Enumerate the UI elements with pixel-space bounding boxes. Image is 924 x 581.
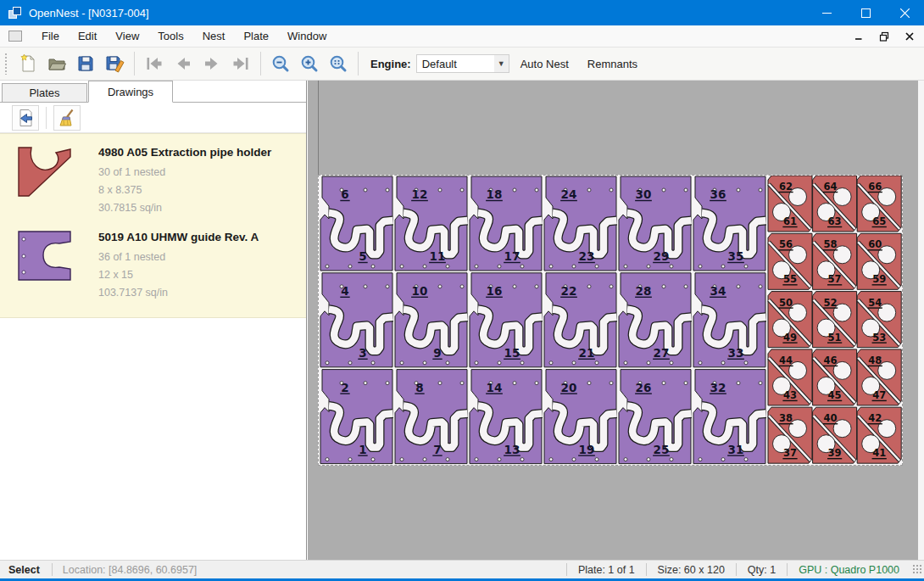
svg-text:11: 11 xyxy=(430,249,446,263)
toolbar-grip[interactable] xyxy=(4,53,8,75)
svg-text:3: 3 xyxy=(359,346,366,360)
nest-part-pair[interactable]: 87 xyxy=(395,370,468,464)
nest-part-pair[interactable]: 65 xyxy=(320,176,393,271)
import-drawing-icon[interactable] xyxy=(12,105,39,131)
nest-part-pair[interactable]: 3231 xyxy=(693,370,766,464)
svg-text:37: 37 xyxy=(783,447,797,459)
chevron-down-icon[interactable]: ▼ xyxy=(494,55,509,72)
nest-canvas[interactable]: 6512111817242330293635431091615222128273… xyxy=(308,81,924,560)
resize-grip[interactable] xyxy=(912,564,922,574)
mdi-minimize-icon[interactable] xyxy=(849,28,868,45)
zoom-in-icon[interactable] xyxy=(295,50,324,77)
svg-text:19: 19 xyxy=(579,443,595,456)
nest-part-pair[interactable]: 1211 xyxy=(395,176,468,271)
nest-part-pair[interactable]: 5453 xyxy=(857,292,901,348)
drawing-nested: 30 of 1 nested xyxy=(98,164,271,182)
menu-bar: File Edit View Tools Nest Plate Window xyxy=(0,25,924,47)
nest-part-pair[interactable]: 3433 xyxy=(693,273,766,367)
menu-window[interactable]: Window xyxy=(278,26,336,46)
nest-part-pair[interactable]: 5251 xyxy=(813,292,857,348)
svg-text:64: 64 xyxy=(824,181,838,193)
nest-part-pair[interactable]: 4039 xyxy=(813,407,857,463)
drawing-title: 4980 A05 Extraction pipe holder xyxy=(98,146,271,159)
menu-plate[interactable]: Plate xyxy=(234,26,278,46)
menu-tools[interactable]: Tools xyxy=(148,26,192,46)
nest-part-pair[interactable]: 2625 xyxy=(619,370,692,464)
nest-part-pair[interactable]: 6059 xyxy=(857,233,901,289)
go-first-icon[interactable] xyxy=(140,50,169,77)
tab-drawings[interactable]: Drawings xyxy=(88,81,173,103)
drawing-size: 8 x 8.375 xyxy=(98,182,271,199)
nest-part-pair[interactable]: 2019 xyxy=(544,370,617,464)
menu-file[interactable]: File xyxy=(32,26,69,46)
plate-sheet[interactable]: 6512111817242330293635431091615222128273… xyxy=(318,175,903,466)
svg-text:52: 52 xyxy=(824,297,838,309)
nest-part-pair[interactable]: 43 xyxy=(320,273,393,367)
list-item[interactable]: 4980 A05 Extraction pipe holder 30 of 1 … xyxy=(0,139,306,224)
mdi-document-icon[interactable] xyxy=(8,31,22,42)
svg-text:24: 24 xyxy=(561,187,577,201)
drawing-title: 5019 A10 UHMW guide Rev. A xyxy=(98,231,259,243)
go-previous-icon[interactable] xyxy=(169,50,198,77)
nest-part-pair[interactable]: 1413 xyxy=(470,370,543,464)
zoom-fit-icon[interactable] xyxy=(324,50,353,77)
zoom-out-icon[interactable] xyxy=(266,50,295,77)
mdi-close-icon[interactable] xyxy=(900,28,919,45)
nest-part-pair[interactable]: 2827 xyxy=(619,273,692,367)
nest-part-pair[interactable]: 6463 xyxy=(813,176,857,232)
nest-part-pair[interactable]: 5857 xyxy=(813,233,857,289)
svg-text:56: 56 xyxy=(779,238,793,250)
drawing-area: 103.7137 sq/in xyxy=(98,284,259,302)
close-button[interactable] xyxy=(885,0,924,25)
go-next-icon[interactable] xyxy=(198,50,226,77)
svg-text:33: 33 xyxy=(728,346,744,360)
status-bar: Select Location: [84.8696, 60.6957] Plat… xyxy=(0,560,924,578)
svg-text:9: 9 xyxy=(433,346,441,360)
nest-part-pair[interactable]: 3635 xyxy=(693,176,766,271)
svg-text:17: 17 xyxy=(504,249,520,263)
save-as-icon[interactable] xyxy=(100,50,129,77)
nest-part-pair[interactable]: 4241 xyxy=(857,407,901,463)
svg-text:2: 2 xyxy=(341,381,348,394)
tab-plates[interactable]: Plates xyxy=(2,83,87,103)
nest-part-pair[interactable]: 109 xyxy=(395,273,468,367)
nest-part-pair[interactable]: 6665 xyxy=(857,176,901,232)
mdi-restore-icon[interactable] xyxy=(875,28,893,45)
nest-part-pair[interactable]: 21 xyxy=(320,370,393,464)
list-item[interactable]: 5019 A10 UHMW guide Rev. A 36 of 1 neste… xyxy=(0,224,306,309)
svg-text:39: 39 xyxy=(828,447,842,459)
status-mode: Select xyxy=(0,564,52,576)
menu-edit[interactable]: Edit xyxy=(69,26,106,46)
nest-part-pair[interactable]: 3837 xyxy=(768,407,812,463)
remnants-button[interactable]: Remnants xyxy=(580,53,645,75)
go-last-icon[interactable] xyxy=(226,50,255,77)
new-file-icon[interactable] xyxy=(14,50,42,77)
nest-parts-svg[interactable]: 6512111817242330293635431091615222128273… xyxy=(319,176,902,465)
engine-select[interactable]: Default ▼ xyxy=(416,54,509,73)
nest-part-pair[interactable]: 4443 xyxy=(768,349,812,405)
svg-text:35: 35 xyxy=(728,249,744,263)
menu-nest[interactable]: Nest xyxy=(193,26,235,46)
sidebar-tabstrip: Plates Drawings xyxy=(0,81,306,103)
nest-part-pair[interactable]: 1817 xyxy=(470,176,543,271)
nest-part-pair[interactable]: 1615 xyxy=(470,273,543,367)
title-bar: OpenNest - [N0317-004] xyxy=(0,0,924,25)
open-file-icon[interactable] xyxy=(42,50,71,77)
menu-view[interactable]: View xyxy=(106,26,148,46)
drawing-nested: 36 of 1 nested xyxy=(98,249,259,266)
minimize-button[interactable] xyxy=(807,0,846,25)
nest-part-pair[interactable]: 2221 xyxy=(544,273,617,367)
svg-text:36: 36 xyxy=(710,187,726,201)
auto-nest-button[interactable]: Auto Nest xyxy=(513,53,576,75)
nest-part-pair[interactable]: 2423 xyxy=(544,176,617,271)
nest-part-pair[interactable]: 6261 xyxy=(768,176,812,232)
nest-part-pair[interactable]: 5655 xyxy=(768,233,812,289)
maximize-button[interactable] xyxy=(846,0,885,25)
nest-part-pair[interactable]: 5049 xyxy=(768,292,812,348)
clean-broom-icon[interactable] xyxy=(53,105,81,131)
save-icon[interactable] xyxy=(71,50,100,77)
svg-text:58: 58 xyxy=(824,238,838,250)
nest-part-pair[interactable]: 4645 xyxy=(813,349,857,405)
nest-part-pair[interactable]: 4847 xyxy=(857,349,901,405)
nest-part-pair[interactable]: 3029 xyxy=(619,176,692,271)
